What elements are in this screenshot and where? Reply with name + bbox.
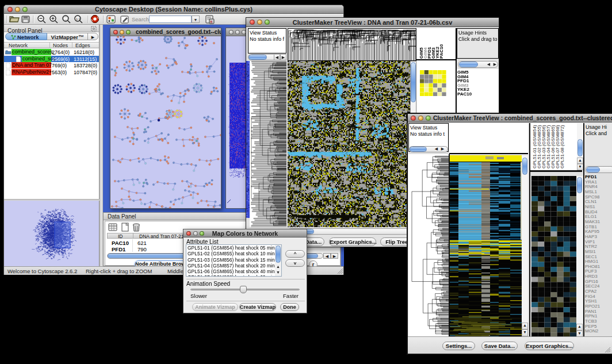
svg-text:1:1: 1:1 — [76, 17, 81, 21]
svg-text:B: B — [211, 20, 213, 24]
svg-text:Search:: Search: — [132, 16, 151, 22]
